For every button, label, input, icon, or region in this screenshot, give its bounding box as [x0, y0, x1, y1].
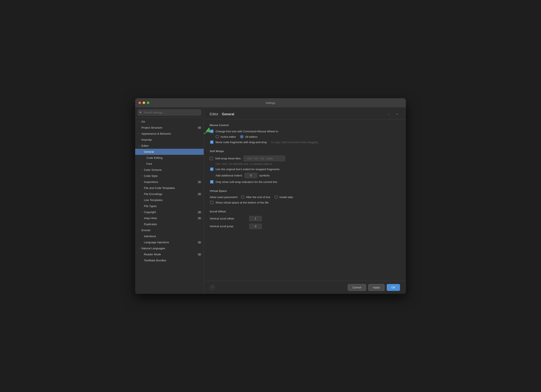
forward-arrow[interactable]: → — [394, 112, 400, 117]
sidebar-item-label: Code Style — [144, 174, 201, 178]
only-show-checkbox[interactable] — [210, 180, 213, 183]
nav-arrows: ← → — [386, 112, 400, 117]
search-input[interactable] — [138, 109, 201, 116]
sidebar-item-copyright[interactable]: ›Copyright⊟ — [135, 209, 204, 215]
chevron-icon: › — [140, 211, 143, 214]
main-content: ›GoProject Structure⊟›Appearance & Behav… — [135, 107, 406, 294]
panel-header: Editor › General ← → — [204, 107, 406, 119]
help-button[interactable]: ? — [210, 285, 215, 290]
sidebar-item-label: Language Injections — [144, 241, 197, 244]
sidebar-item-label: File Encodings — [144, 193, 197, 196]
add-indent-row: Add additional indent: symbols — [210, 173, 400, 178]
sidebar-item-code-style[interactable]: ›Code Style — [135, 173, 204, 179]
sidebar-item-color-scheme[interactable]: ›Color Scheme — [135, 167, 204, 173]
sidebar-item-label: Inlay Hints — [144, 217, 197, 220]
sidebar-item-project-structure[interactable]: Project Structure⊟ — [135, 125, 204, 131]
sidebar-item-emmet[interactable]: ›Emmet — [135, 227, 204, 233]
change-font-label: Change font size with Command+Mouse Whee… — [216, 130, 279, 133]
soft-wrap-input[interactable] — [244, 156, 285, 161]
chevron-icon: › — [138, 120, 140, 123]
change-font-checkbox[interactable] — [210, 130, 213, 133]
sidebar-item-label: Natural Languages — [141, 247, 201, 250]
apply-button[interactable]: Apply — [368, 284, 385, 291]
chevron-icon: › — [140, 150, 143, 153]
chevron-icon: › — [140, 168, 143, 171]
ok-button[interactable]: OK — [387, 284, 400, 291]
sidebar-item-inspections[interactable]: Inspections⊟ — [135, 179, 204, 185]
after-end-option[interactable]: After the end of line — [241, 195, 270, 199]
badge-icon: ⊟ — [198, 253, 201, 256]
badge-icon: ⊟ — [198, 181, 201, 183]
inside-tabs-label: Inside tabs — [280, 196, 293, 199]
all-editors-option[interactable]: All editors — [240, 135, 257, 138]
sidebar-item-natural-languages[interactable]: ›Natural Languages — [135, 245, 204, 251]
use-original-indent-checkbox[interactable] — [210, 168, 213, 171]
soft-wrap-checkbox[interactable] — [210, 157, 213, 160]
titlebar: Settings — [135, 98, 406, 107]
chevron-icon: › — [138, 132, 140, 135]
sidebar-item-label: Appearance & Behavior — [141, 132, 201, 135]
sidebar-item-label: TextMate Bundles — [144, 259, 201, 262]
mouse-control-section: Mouse Control Change font — [210, 124, 400, 144]
sidebar-item-file-code-templates[interactable]: File and Code Templates — [135, 185, 204, 191]
vertical-jump-label: Vertical scroll jump: — [210, 225, 247, 228]
add-indent-label: Add additional indent: — [216, 174, 243, 177]
vertical-jump-input[interactable] — [249, 224, 262, 229]
after-end-radio[interactable] — [241, 195, 244, 199]
sidebar-item-duplicates[interactable]: Duplicates — [135, 221, 204, 227]
cancel-button[interactable]: Cancel — [348, 284, 366, 291]
chevron-icon: › — [138, 247, 140, 250]
inside-tabs-option[interactable]: Inside tabs — [275, 195, 293, 199]
symbols-label: symbols — [259, 174, 270, 177]
active-editor-radio[interactable] — [216, 135, 219, 138]
badge-icon: ⊟ — [198, 127, 201, 129]
sidebar-item-go[interactable]: ›Go — [135, 119, 204, 125]
mouse-control-title: Mouse Control — [210, 124, 400, 127]
maximize-button[interactable] — [147, 102, 149, 104]
change-font-row: Change font size with Command+Mouse Whee… — [210, 130, 400, 133]
sidebar-item-textmate-bundles[interactable]: TextMate Bundles — [135, 257, 204, 263]
back-arrow[interactable]: ← — [386, 112, 392, 117]
after-end-label: After the end of line — [246, 196, 270, 199]
sidebar-item-general[interactable]: ›General — [135, 149, 204, 155]
soft-wrap-files-row: Soft-wrap these files: — [210, 156, 400, 161]
sidebar-item-label: File Types — [144, 204, 201, 208]
search-wrap — [138, 109, 201, 116]
all-editors-radio[interactable] — [240, 135, 244, 138]
sidebar-item-label: Editor — [141, 144, 201, 147]
sidebar-item-intentions[interactable]: Intentions — [135, 233, 204, 239]
chevron-icon: › — [140, 175, 143, 178]
sidebar-item-label: Live Templates — [144, 199, 201, 202]
sidebar-item-label: Reader Mode — [144, 253, 197, 256]
sidebar-item-file-encodings[interactable]: File Encodings⊟ — [135, 191, 204, 197]
sidebar-item-label: Font — [146, 162, 201, 165]
active-editor-option[interactable]: Active editor — [216, 135, 236, 138]
sidebar-item-appearance[interactable]: ›Appearance & Behavior — [135, 131, 204, 137]
show-virtual-row: Show virtual space at the bottom of the … — [210, 201, 400, 204]
chevron-icon: › — [138, 144, 140, 147]
sidebar-item-label: Intentions — [144, 235, 201, 238]
show-virtual-checkbox[interactable] — [210, 201, 213, 204]
sidebar-item-file-types[interactable]: File Types — [135, 203, 204, 209]
sidebar-item-inlay-hints[interactable]: Inlay Hints⊟ — [135, 215, 204, 221]
sidebar-item-editor[interactable]: ›Editor — [135, 143, 204, 149]
inside-tabs-radio[interactable] — [275, 195, 278, 199]
sidebar-item-keymap[interactable]: Keymap — [135, 137, 204, 143]
window-title: Settings — [266, 101, 276, 104]
active-editor-label: Active editor — [220, 135, 236, 138]
close-button[interactable] — [139, 102, 141, 104]
virtual-space-section: Virtual Space Allow caret placement: Aft… — [210, 189, 400, 204]
sidebar-item-code-editing[interactable]: Code Editing — [135, 155, 204, 161]
search-bar — [135, 107, 204, 118]
badge-icon: ⊟ — [198, 193, 201, 195]
sidebar-item-font[interactable]: Font — [135, 161, 204, 167]
sidebar-item-language-injections[interactable]: Language Injections⊟ — [135, 239, 204, 245]
soft-wraps-section: Soft Wraps Soft-wrap these files: Use * … — [210, 150, 400, 183]
sidebar-item-live-templates[interactable]: Live Templates — [135, 197, 204, 203]
sidebar-item-reader-mode[interactable]: Reader Mode⊟ — [135, 251, 204, 257]
move-code-checkbox[interactable] — [210, 140, 213, 144]
minimize-button[interactable] — [143, 102, 145, 104]
vertical-offset-input[interactable] — [249, 216, 262, 221]
add-indent-input[interactable] — [245, 173, 257, 178]
caret-placement-row: Allow caret placement: After the end of … — [210, 195, 400, 199]
